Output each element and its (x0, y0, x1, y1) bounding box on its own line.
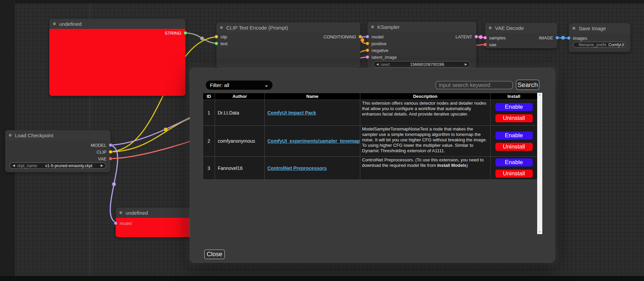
model-port-icon[interactable] (109, 143, 112, 147)
filter-select-value: Filter: all (210, 82, 229, 88)
node-title: Save Image (579, 25, 606, 31)
collapse-dot-icon[interactable] (53, 22, 56, 25)
input-port-images[interactable]: images (567, 35, 587, 41)
input-port-latent-image[interactable]: latent_image (366, 54, 397, 60)
collapse-dot-icon[interactable] (9, 134, 12, 137)
table-scrollbar[interactable]: ▲ ▼ (537, 93, 542, 234)
node-title: CLIP Text Encode (Prompt) (226, 25, 288, 31)
clip-port-icon[interactable] (109, 150, 112, 154)
output-port-conditioning[interactable]: CONDITIONING (324, 33, 362, 40)
col-header-author: Author (215, 93, 265, 100)
col-header-id: ID (203, 93, 215, 100)
filter-select[interactable]: Filter: all ⌄ (206, 81, 273, 90)
vae-port-icon[interactable] (109, 157, 112, 160)
uninstall-button[interactable]: Uninstall (495, 114, 533, 123)
table-header-row: ID Author Name Description Install (203, 93, 538, 100)
ext-author: Fannovel16 (215, 157, 265, 180)
extensions-table: ID Author Name Description Install 1 Dr.… (203, 93, 538, 180)
output-port-model[interactable]: MODEL (91, 142, 112, 148)
ext-description: This extension offers various detector n… (360, 100, 491, 126)
input-port-clip[interactable]: clip (215, 33, 227, 40)
collapse-dot-icon[interactable] (119, 211, 122, 214)
custom-nodes-manager-dialog: Filter: all ⌄ Search ID Author Name Desc… (190, 68, 555, 263)
table-row: 1 Dr.Lt.Data ComfyUI Impact Pack This ex… (203, 100, 538, 126)
clip-port-icon[interactable] (215, 35, 218, 38)
ext-name-link[interactable]: ComfyUI Impact Pack (267, 110, 316, 116)
uninstall-button[interactable]: Uninstall (495, 169, 533, 178)
ext-description: ControlNet Preprocessors. (To use this e… (360, 157, 491, 180)
ext-id: 3 (203, 157, 215, 180)
node-title: KSampler (377, 24, 400, 30)
search-button[interactable]: Search (516, 80, 540, 90)
seed-widget[interactable]: ◀ seed 156680208700286 ▶ (373, 61, 470, 68)
node-ksampler[interactable]: KSampler model positive negative latent_… (367, 22, 476, 69)
negative-port-icon[interactable] (366, 49, 369, 52)
image-port-icon[interactable] (556, 36, 559, 39)
input-port-positive[interactable]: positive (366, 40, 386, 47)
node-load-checkpoint[interactable]: Load Checkpoint MODEL CLIP VAE ◀ ckpt_na… (5, 130, 111, 172)
ext-description: ModelSamplerTonemapNoiseTest a node that… (360, 126, 491, 157)
input-port-model[interactable]: model (114, 220, 132, 227)
output-port-string[interactable]: STRING (165, 30, 187, 36)
col-header-description: Description (360, 93, 491, 100)
node-title: undefined (59, 21, 82, 27)
conditioning-port-icon[interactable] (359, 35, 362, 38)
chevron-down-icon: ⌄ (264, 84, 268, 86)
node-save-image[interactable]: Save Image images filename_prefix ComfyU… (569, 23, 630, 52)
comfyui-app: undefined STRING CLIP Text Encode (Promp… (0, 0, 644, 281)
ext-name-link[interactable]: ControlNet Preprocessors (267, 165, 327, 171)
input-port-vae[interactable]: vae (483, 41, 496, 48)
latent-port-icon[interactable] (475, 35, 478, 38)
uninstall-button[interactable]: Uninstall (495, 142, 533, 151)
string-port-icon[interactable] (184, 31, 187, 35)
close-button[interactable]: Close (204, 249, 225, 259)
collapse-dot-icon[interactable] (572, 27, 576, 30)
col-header-install: Install (491, 93, 538, 100)
input-port-model[interactable]: model (366, 33, 383, 40)
table-row: 3 Fannovel16 ControlNet Preprocessors Co… (203, 157, 538, 180)
output-port-latent[interactable]: LATENT (456, 33, 478, 40)
search-input[interactable] (435, 81, 513, 89)
output-port-image[interactable]: IMAGE (539, 34, 559, 41)
enable-button[interactable]: Enable (495, 103, 533, 111)
latent-port-icon[interactable] (366, 55, 369, 59)
text-port-icon[interactable] (215, 42, 218, 45)
filename-prefix-widget[interactable]: filename_prefix ComfyUI (573, 42, 626, 48)
vae-port-icon[interactable] (483, 43, 487, 46)
enable-button[interactable]: Enable (495, 131, 533, 140)
output-port-clip[interactable]: CLIP (97, 148, 112, 155)
ext-author: Dr.Lt.Data (215, 100, 265, 126)
node-title: VAE Decode (495, 25, 524, 31)
ext-name-link[interactable]: ComfyUI_experiments/sampler_tonemap (267, 138, 360, 144)
prev-arrow-icon[interactable]: ◀ (13, 164, 15, 167)
output-port-vae[interactable]: VAE (98, 155, 112, 162)
samples-port-icon[interactable] (483, 36, 487, 39)
collapse-dot-icon[interactable] (371, 25, 374, 29)
increment-arrow-icon[interactable]: ▶ (465, 63, 467, 66)
ext-id: 1 (203, 100, 215, 126)
table-row: 2 comfyanonymous ComfyUI_experiments/sam… (203, 126, 538, 157)
next-arrow-icon[interactable]: ▶ (101, 164, 103, 167)
model-port-icon[interactable] (114, 222, 117, 225)
scroll-up-icon[interactable]: ▲ (539, 93, 541, 96)
images-port-icon[interactable] (567, 36, 571, 40)
model-port-icon[interactable] (366, 35, 369, 38)
install-models-bold: Install Models (437, 163, 466, 168)
node-vae-decode[interactable]: VAE Decode samples vae IMAGE (485, 23, 557, 48)
enable-button[interactable]: Enable (495, 158, 533, 167)
collapse-dot-icon[interactable] (489, 26, 492, 30)
input-port-negative[interactable]: negative (366, 47, 388, 54)
ckpt-name-widget[interactable]: ◀ ckpt_name v1-5-pruned-emaonly.ckpt ▶ (10, 162, 106, 169)
canvas-top-boundary (0, 0, 644, 3)
node-clip-text-encode[interactable]: CLIP Text Encode (Prompt) clip text COND… (216, 22, 360, 68)
node-title: undefined (126, 210, 148, 216)
scroll-down-icon[interactable]: ▼ (539, 231, 541, 233)
decrement-arrow-icon[interactable]: ◀ (376, 63, 379, 66)
input-port-text[interactable]: text (215, 40, 228, 47)
ext-id: 2 (203, 126, 215, 157)
positive-port-icon[interactable] (366, 42, 369, 45)
collapse-dot-icon[interactable] (220, 26, 223, 29)
input-port-samples[interactable]: samples (483, 34, 506, 41)
node-error-body (49, 29, 185, 96)
node-undefined-string[interactable]: undefined STRING (49, 19, 185, 96)
